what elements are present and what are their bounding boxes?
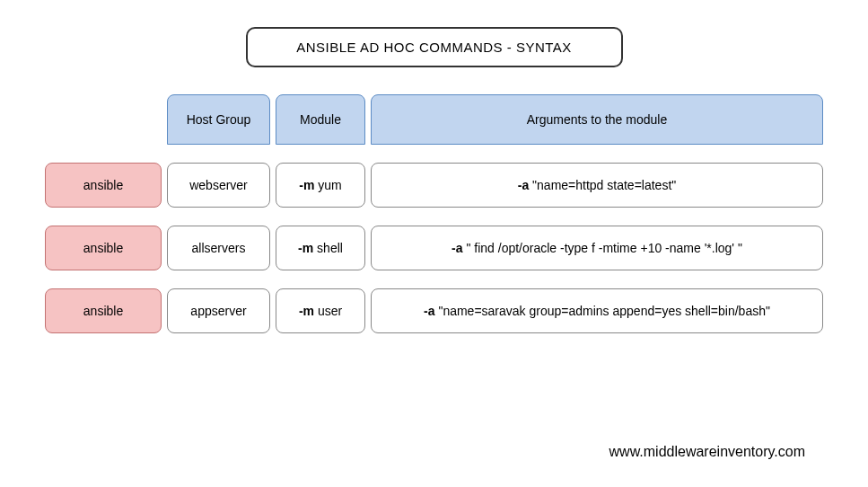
args-value: " find /opt/oracle -type f -mtime +10 -n… — [466, 241, 741, 255]
module-name: shell — [317, 241, 343, 255]
syntax-table: Host Group Module Arguments to the modul… — [45, 94, 823, 333]
args-cell: -a "name=httpd state=latest" — [371, 163, 823, 208]
command-cell: ansible — [45, 226, 162, 270]
header-row: Host Group Module Arguments to the modul… — [45, 94, 823, 145]
host-cell: webserver — [167, 163, 270, 208]
command-row: ansible appserver -m user -a "name=sarav… — [45, 288, 823, 333]
args-flag: -a — [424, 304, 434, 318]
args-cell: -a " find /opt/oracle -type f -mtime +10… — [371, 226, 823, 270]
header-arguments: Arguments to the module — [371, 94, 823, 145]
command-cell: ansible — [45, 163, 162, 208]
header-module: Module — [276, 94, 365, 145]
header-spacer — [45, 94, 162, 145]
module-name: user — [318, 304, 342, 318]
args-value: "name=httpd state=latest" — [532, 178, 676, 192]
host-cell: allservers — [167, 226, 270, 270]
diagram-title: ANSIBLE AD HOC COMMANDS - SYNTAX — [246, 27, 623, 67]
command-row: ansible allservers -m shell -a " find /o… — [45, 226, 823, 270]
header-hostgroup: Host Group — [167, 94, 270, 145]
args-flag: -a — [452, 241, 462, 255]
args-flag: -a — [518, 178, 529, 192]
command-row: ansible webserver -m yum -a "name=httpd … — [45, 163, 823, 208]
module-cell: -m yum — [276, 163, 365, 208]
module-cell: -m user — [276, 288, 365, 333]
command-cell: ansible — [45, 288, 162, 333]
module-cell: -m shell — [276, 226, 365, 270]
module-flag: -m — [298, 241, 313, 255]
host-cell: appserver — [167, 288, 270, 333]
module-flag: -m — [299, 178, 314, 192]
footer-attribution: www.middlewareinventory.com — [609, 444, 805, 460]
args-cell: -a "name=saravak group=admins append=yes… — [371, 288, 823, 333]
module-flag: -m — [299, 304, 314, 318]
args-value: "name=saravak group=admins append=yes sh… — [438, 304, 770, 318]
module-name: yum — [318, 178, 341, 192]
